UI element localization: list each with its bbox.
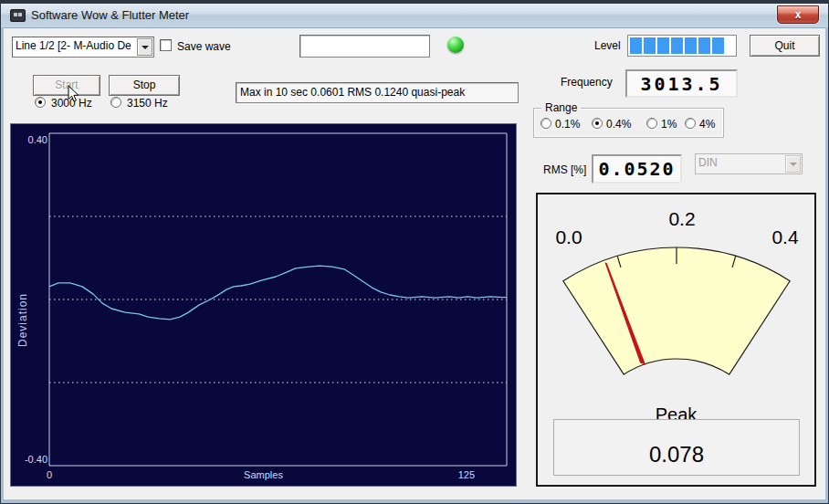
gauge-scale-label-min: 0.0: [555, 226, 582, 248]
combo-dropdown-icon[interactable]: [137, 38, 152, 56]
deviation-axis-label: Deviation: [16, 259, 29, 347]
level-label: Level: [594, 39, 621, 52]
frequency-label: Frequency: [561, 76, 613, 89]
meter-panel: 0.0 0.2 0.4 Peak 0.078: [536, 193, 816, 487]
title-bar: Software Wow & Flutter Meter x: [1, 1, 828, 28]
chart-panel: 0.40 -0.40 Deviation 0 Samples 125: [10, 123, 517, 487]
weighting-combo-value: DIN: [698, 156, 785, 169]
gauge-scale-label-mid: 0.2: [668, 208, 695, 230]
frequency-display: 3013.5: [625, 69, 738, 98]
wave-filename-field[interactable]: [299, 35, 430, 58]
app-window: Software Wow & Flutter Meter x Line 1/2 …: [0, 0, 829, 504]
radio-3150hz-label: 3150 Hz: [127, 97, 168, 110]
range-option-0.1-label: 0.1%: [555, 118, 580, 131]
x-max-label: 125: [455, 469, 475, 480]
window-title: Software Wow & Flutter Meter: [31, 8, 189, 22]
radio-3000hz-label: 3000 Hz: [51, 97, 92, 110]
rms-display: 0.0520: [592, 154, 682, 184]
peak-value: 0.078: [553, 419, 800, 476]
close-button[interactable]: x: [777, 5, 819, 24]
y-min-label: -0.40: [18, 454, 47, 465]
radio-3000hz[interactable]: [35, 97, 46, 108]
range-option-0.4-label: 0.4%: [606, 118, 631, 131]
status-field: Max in 10 sec 0.0601 RMS 0.1240 quasi-pe…: [236, 82, 519, 103]
samples-axis-label: Samples: [11, 469, 516, 480]
range-option-1[interactable]: [646, 118, 657, 129]
save-wave-label: Save wave: [177, 40, 231, 53]
weighting-combo[interactable]: DIN: [695, 153, 803, 174]
deviation-plot: [11, 124, 516, 486]
start-button[interactable]: Start: [33, 75, 100, 96]
range-option-4[interactable]: [685, 118, 696, 129]
range-option-0.4[interactable]: [592, 118, 603, 129]
range-option-4-label: 4%: [699, 118, 715, 131]
stop-button[interactable]: Stop: [109, 75, 180, 96]
range-option-1-label: 1%: [661, 118, 677, 131]
range-group-label: Range: [541, 101, 581, 114]
save-wave-checkbox[interactable]: [160, 39, 172, 51]
rms-label: RMS [%]: [543, 163, 586, 176]
range-option-0.1[interactable]: [540, 118, 551, 129]
gauge-scale-label-max: 0.4: [771, 226, 798, 248]
level-meter: [627, 35, 737, 57]
radio-3150hz[interactable]: [110, 97, 121, 108]
combo-dropdown-icon: [785, 155, 801, 173]
device-combo[interactable]: Line 1/2 [2- M-Audio De: [12, 37, 154, 58]
quit-button[interactable]: Quit: [750, 35, 820, 57]
app-icon: [10, 9, 26, 22]
y-max-label: 0.40: [24, 134, 47, 145]
device-combo-value: Line 1/2 [2- M-Audio De: [16, 39, 137, 52]
record-led-icon: [447, 37, 464, 53]
